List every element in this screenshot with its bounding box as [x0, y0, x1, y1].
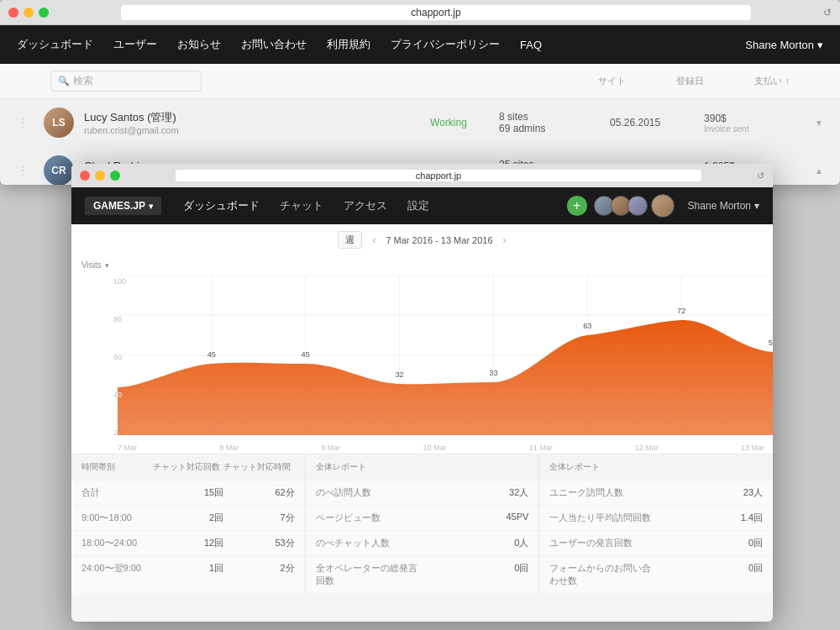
nav-settings[interactable]: 設定	[399, 193, 438, 218]
maximize-button[interactable]	[39, 8, 49, 18]
nav-users[interactable]: ユーザー	[113, 37, 157, 52]
sites-count: 8 sites	[499, 111, 600, 123]
stat-label: 合計	[81, 486, 153, 499]
stat-value: 2回	[153, 512, 224, 524]
col-payment[interactable]: 支払い ↑	[754, 75, 790, 87]
stats-section-time: 時間帯別 チャット対応回数 チャット対応時間 合計 15回 62分 9:00〜1…	[71, 454, 306, 593]
stats-header: 全体レポート	[539, 454, 773, 480]
nav-faq[interactable]: FAQ	[520, 39, 542, 51]
stat-value: 0回	[423, 562, 529, 587]
stats-row: 全オペレーターの総発言回数 0回	[306, 556, 539, 593]
svg-text:72: 72	[677, 307, 685, 315]
payment-status: Invoice sent	[704, 124, 805, 134]
window-2: chapport.jp ↺ GAMES.JP ▾ ダッシュボード チャット アク…	[71, 164, 773, 622]
svg-text:32: 32	[395, 370, 403, 379]
svg-text:52: 52	[769, 339, 773, 347]
search-input[interactable]: 🔍 検索	[50, 71, 202, 92]
url-bar[interactable]: chapport.jp	[176, 170, 701, 181]
table-row: ⋮ LS Lucy Santos (管理) ruben.crist@gmail.…	[0, 99, 840, 147]
expand-icon[interactable]: ▲	[815, 166, 823, 176]
chart-date-range: 7 Mar 2016 - 13 Mar 2016	[386, 235, 492, 245]
stat-value: 45PV	[423, 512, 529, 524]
x-label: 12 Mar	[635, 444, 659, 452]
stat-value: 15回	[153, 486, 224, 499]
chart-next-button[interactable]: ›	[503, 234, 507, 246]
refresh-icon[interactable]: ↺	[823, 7, 832, 18]
avatar: CR	[44, 155, 74, 185]
stat-label: 24:00〜翌9:00	[81, 562, 153, 575]
user-email: ruben.crist@gmail.com	[84, 125, 420, 135]
user-menu[interactable]: Shane Morton ▾	[688, 200, 759, 212]
stat-value: 23人	[656, 486, 763, 499]
col-header: 全体レポート	[316, 461, 529, 473]
stat-value: 2分	[223, 562, 295, 575]
nav-chat[interactable]: チャット	[271, 193, 332, 218]
refresh-icon[interactable]: ↺	[757, 171, 764, 181]
minimize-button[interactable]	[95, 171, 105, 181]
x-label: 9 Mar	[321, 444, 340, 452]
brand-logo[interactable]: GAMES.JP ▾	[85, 197, 161, 215]
registration-date: 05.26.2015	[610, 117, 694, 129]
stats-header: 全体レポート	[306, 454, 539, 480]
chart-y-label: Visits ▾	[81, 260, 109, 270]
nav-right: + Shane Morton ▾	[567, 194, 759, 218]
stats-row: フォームからのお問い合わせ数 0回	[539, 556, 773, 593]
svg-text:30: 30	[118, 391, 122, 399]
admins-count: 69 admins	[499, 123, 600, 134]
stats-area: 時間帯別 チャット対応回数 チャット対応時間 合計 15回 62分 9:00〜1…	[71, 454, 773, 593]
nav-privacy[interactable]: プライバシーポリシー	[391, 37, 500, 52]
chart-x-labels: 7 Mar 8 Mar 9 Mar 10 Mar 11 Mar 12 Mar 1…	[118, 444, 764, 452]
brand-name: GAMES.JP	[93, 200, 145, 212]
stats-row: 一人当たり平均訪問回数 1.4回	[539, 506, 773, 531]
user-name: Lucy Santos (管理)	[84, 110, 420, 125]
win2-titlebar: chapport.jp ↺	[71, 164, 773, 187]
nav-access[interactable]: アクセス	[335, 193, 396, 218]
user-info: Lucy Santos (管理) ruben.crist@gmail.com	[84, 110, 420, 135]
nav-contact[interactable]: お問い合わせ	[241, 37, 307, 52]
nav-terms[interactable]: 利用規約	[327, 37, 370, 52]
stat-value: 0回	[656, 537, 763, 549]
stat-value: 12回	[153, 537, 224, 549]
chart-prev-button[interactable]: ‹	[372, 234, 375, 246]
stats-section-overall-1: 全体レポート のべ訪問人数 32人 ページビュー数 45PV のべチャット人数 …	[306, 454, 540, 593]
avatar	[627, 196, 648, 216]
stat-value: 7分	[223, 512, 295, 524]
user-chevron-icon: ▾	[817, 39, 823, 51]
nav-dashboard[interactable]: ダッシュボード	[175, 193, 268, 218]
nav-dashboard[interactable]: ダッシュボード	[17, 37, 93, 52]
user-name: Shane Morton	[688, 200, 751, 212]
brand-chevron-icon: ▾	[149, 202, 153, 211]
payment-info: 390$ Invoice sent	[704, 113, 805, 134]
col-date: 登録日	[676, 75, 704, 87]
stats-row: のべチャット人数 0人	[306, 531, 539, 556]
maximize-button[interactable]	[110, 171, 120, 181]
close-button[interactable]	[8, 8, 18, 18]
close-button[interactable]	[80, 171, 90, 181]
stats-row: 9:00〜18:00 2回 7分	[71, 506, 305, 531]
col-header: 時間帯別	[81, 461, 153, 473]
svg-text:45: 45	[302, 350, 310, 359]
x-label: 10 Mar	[423, 444, 446, 452]
url-bar[interactable]: chapport.jp	[121, 5, 751, 20]
nav-notifications[interactable]: お知らせ	[177, 37, 221, 52]
x-label: 7 Mar	[118, 444, 137, 452]
user-menu[interactable]: Shane Morton ▾	[745, 39, 823, 51]
dropdown-icon[interactable]: ▾	[105, 261, 109, 270]
period-button[interactable]: 週	[338, 231, 362, 249]
search-placeholder: 検索	[73, 74, 93, 88]
svg-text:63: 63	[583, 322, 591, 330]
x-label: 11 Mar	[529, 444, 553, 452]
user-chevron-icon: ▾	[754, 200, 759, 212]
expand-icon[interactable]: ▼	[815, 118, 823, 128]
status-badge: Working	[430, 117, 489, 129]
stats-header: 時間帯別 チャット対応回数 チャット対応時間	[71, 454, 305, 480]
add-button[interactable]: +	[567, 196, 587, 216]
win1-navbar: ダッシュボード ユーザー お知らせ お問い合わせ 利用規約 プライバシーポリシー…	[0, 25, 840, 64]
stats-row: のべ訪問人数 32人	[306, 480, 539, 506]
row-menu-icon[interactable]: ⋮	[17, 116, 34, 129]
stats-row: ページビュー数 45PV	[306, 506, 539, 531]
row-menu-icon[interactable]: ⋮	[17, 164, 34, 177]
minimize-button[interactable]	[24, 8, 34, 18]
stats-row: ユーザーの発言回数 0回	[539, 531, 773, 556]
stat-label: 全オペレーターの総発言回数	[316, 562, 423, 587]
